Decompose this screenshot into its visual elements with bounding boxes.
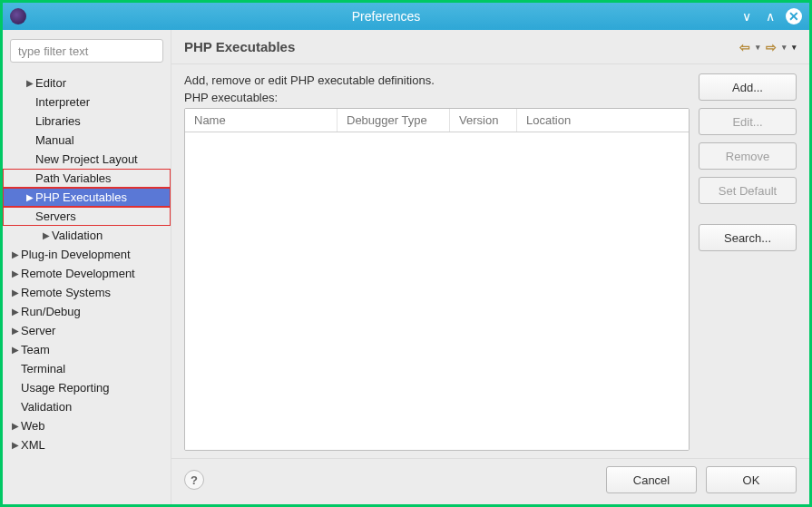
tree-item-label: PHP Executables: [35, 190, 127, 204]
tree-item[interactable]: Libraries: [3, 112, 171, 131]
page-description: Add, remove or edit PHP executable defin…: [184, 73, 690, 87]
tree-item[interactable]: ▶Remote Systems: [3, 283, 171, 302]
tree-item-label: Team: [21, 343, 50, 356]
ok-button[interactable]: OK: [706, 466, 797, 493]
add-button[interactable]: Add...: [699, 73, 797, 101]
tree-item[interactable]: Validation: [3, 397, 171, 416]
filter-input-wrap: ✕: [10, 39, 163, 63]
tree-item[interactable]: ▶Plug-in Development: [3, 245, 171, 264]
expand-icon[interactable]: ▶: [10, 249, 21, 259]
tree-item-label: Editor: [35, 76, 66, 90]
header-nav: ⇦ ▾ ⇨ ▾ ▾: [739, 40, 797, 54]
expand-icon[interactable]: ▶: [10, 345, 21, 355]
tree-item[interactable]: Usage Reporting: [3, 378, 171, 397]
tree-item-label: Validation: [52, 229, 103, 242]
tree-item-label: Run/Debug: [21, 305, 81, 318]
tree-item-label: Remote Systems: [21, 286, 111, 299]
executables-table[interactable]: Name Debugger Type Version Location: [184, 108, 690, 451]
tree-item[interactable]: ▶Remote Development: [3, 264, 171, 283]
tree-item-label: Remote Development: [21, 267, 135, 280]
back-icon[interactable]: ⇦: [739, 40, 750, 54]
table-label: PHP executables:: [184, 91, 690, 104]
tree-item-label: XML: [21, 438, 45, 452]
expand-icon[interactable]: ▶: [10, 268, 21, 278]
expand-icon[interactable]: ▶: [10, 307, 21, 317]
tree-item-label: Interpreter: [35, 95, 90, 109]
col-version[interactable]: Version: [450, 109, 517, 132]
tree-item-label: Terminal: [21, 362, 65, 375]
tree-item-label: Path Variables: [35, 171, 112, 185]
app-icon: [10, 8, 26, 24]
tree-item-label: New Project Layout: [35, 152, 138, 166]
expand-icon[interactable]: ▶: [24, 78, 35, 88]
tree-item[interactable]: ▶Editor: [3, 73, 171, 93]
filter-input[interactable]: [16, 44, 172, 59]
tree-item[interactable]: ▶Validation: [3, 226, 171, 245]
preferences-tree[interactable]: ▶EditorInterpreterLibrariesManualNew Pro…: [3, 70, 171, 504]
help-icon[interactable]: ?: [184, 470, 204, 490]
back-menu-icon[interactable]: ▾: [756, 43, 760, 52]
view-menu-icon[interactable]: ▾: [792, 43, 797, 52]
tree-item[interactable]: ▶Run/Debug: [3, 302, 171, 321]
maximize-icon[interactable]: ∧: [762, 8, 778, 24]
search-button[interactable]: Search...: [699, 224, 797, 251]
tree-item[interactable]: ▶Web: [3, 416, 171, 435]
tree-item[interactable]: Manual: [3, 131, 171, 150]
page-title: PHP Executables: [184, 39, 295, 54]
tree-item[interactable]: ▶XML: [3, 435, 171, 454]
tree-item-label: Servers: [35, 210, 76, 223]
tree-item[interactable]: Terminal: [3, 359, 171, 378]
tree-item[interactable]: Servers: [3, 207, 171, 226]
tree-item-label: Manual: [35, 133, 74, 147]
tree-item[interactable]: Path Variables: [3, 169, 171, 188]
set-default-button[interactable]: Set Default: [699, 177, 797, 204]
tree-item-label: Validation: [21, 400, 72, 414]
main-header: PHP Executables ⇦ ▾ ⇨ ▾ ▾: [171, 30, 809, 64]
col-debugger-type[interactable]: Debugger Type: [338, 109, 450, 132]
forward-icon[interactable]: ⇨: [766, 40, 777, 54]
expand-icon[interactable]: ▶: [24, 192, 35, 202]
tree-item-label: Web: [21, 419, 45, 433]
tree-item[interactable]: ▶PHP Executables: [3, 188, 171, 207]
col-location[interactable]: Location: [517, 109, 689, 132]
tree-item-label: Usage Reporting: [21, 381, 110, 395]
dialog-footer: ? Cancel OK: [171, 458, 809, 504]
remove-button[interactable]: Remove: [699, 142, 797, 170]
tree-item-label: Server: [21, 324, 55, 337]
expand-icon[interactable]: ▶: [10, 326, 21, 336]
expand-icon[interactable]: ▶: [10, 421, 21, 431]
col-name[interactable]: Name: [185, 109, 338, 132]
tree-item-label: Libraries: [35, 114, 81, 128]
edit-button[interactable]: Edit...: [699, 108, 797, 135]
preferences-tree-panel: ✕ ▶EditorInterpreterLibrariesManualNew P…: [3, 30, 171, 504]
cancel-button[interactable]: Cancel: [606, 466, 697, 493]
tree-item[interactable]: Interpreter: [3, 93, 171, 112]
expand-icon[interactable]: ▶: [10, 440, 21, 450]
forward-menu-icon[interactable]: ▾: [782, 43, 787, 52]
titlebar: Preferences ∨ ∧ ✕: [3, 3, 809, 30]
tree-item[interactable]: New Project Layout: [3, 150, 171, 169]
close-icon[interactable]: ✕: [786, 8, 802, 24]
minimize-icon[interactable]: ∨: [739, 8, 755, 24]
tree-item[interactable]: ▶Server: [3, 321, 171, 340]
preferences-window: Preferences ∨ ∧ ✕ ✕ ▶EditorInterpreterLi…: [0, 0, 812, 507]
table-body: [185, 132, 689, 450]
expand-icon[interactable]: ▶: [10, 288, 21, 297]
tree-item[interactable]: ▶Team: [3, 340, 171, 359]
tree-item-label: Plug-in Development: [21, 248, 131, 261]
table-header-row: Name Debugger Type Version Location: [185, 109, 689, 132]
expand-icon[interactable]: ▶: [41, 230, 52, 240]
window-title: Preferences: [34, 9, 739, 24]
